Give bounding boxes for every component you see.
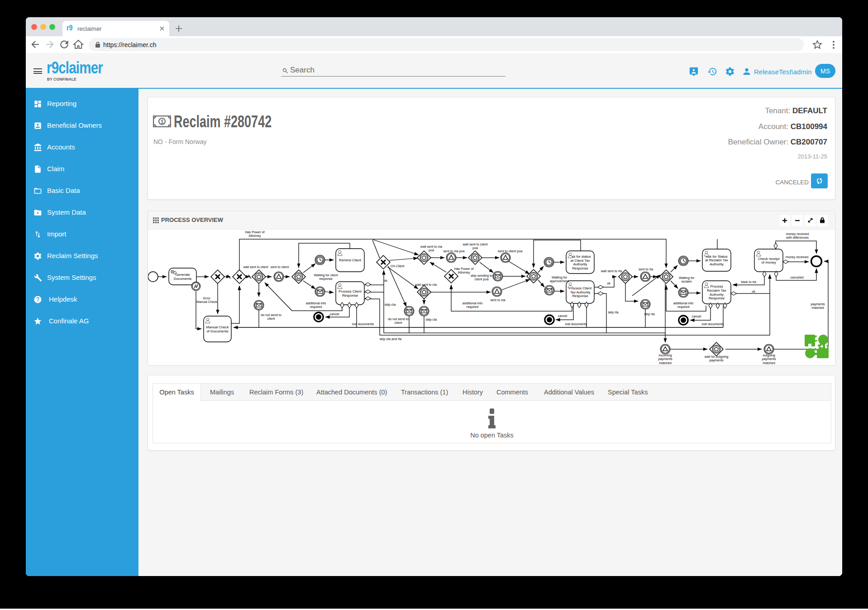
svg-text:Manual Check: Manual Check bbox=[196, 300, 217, 304]
svg-text:canceled: canceled bbox=[791, 275, 804, 279]
svg-text:wait sent to cta: wait sent to cta bbox=[415, 283, 437, 287]
svg-text:skip rta: skip rta bbox=[608, 310, 618, 314]
svg-text:response: response bbox=[319, 277, 333, 281]
svg-text:with differences: with differences bbox=[786, 235, 809, 240]
svg-text:skip cta: skip cta bbox=[385, 303, 396, 307]
svg-text:lost documents: lost documents bbox=[352, 322, 374, 326]
svg-text:money received: money received bbox=[786, 255, 809, 259]
svg-text:of Documents: of Documents bbox=[206, 329, 228, 333]
svg-text:Response: Response bbox=[709, 296, 725, 300]
svg-text:matched: matched bbox=[659, 361, 672, 365]
svg-text:cancel: cancel bbox=[558, 314, 568, 318]
svg-text:matched: matched bbox=[811, 306, 824, 310]
svg-text:Attorney: Attorney bbox=[458, 270, 470, 274]
svg-text:Response: Response bbox=[572, 266, 588, 270]
svg-text:Authority: Authority bbox=[710, 262, 724, 266]
svg-text:Response: Response bbox=[572, 294, 588, 298]
svg-text:lost documents: lost documents bbox=[565, 322, 587, 326]
svg-text:wait sent to client: wait sent to client bbox=[243, 265, 268, 269]
svg-text:skip cta and rta: skip cta and rta bbox=[380, 337, 402, 341]
svg-text:sent to cta: sent to cta bbox=[490, 298, 505, 302]
svg-text:required: required bbox=[677, 305, 689, 309]
svg-text:matched: matched bbox=[763, 361, 775, 365]
svg-text:client poa: client poa bbox=[475, 277, 489, 281]
svg-text:reclaim: reclaim bbox=[681, 279, 692, 283]
svg-text:Response: Response bbox=[342, 293, 358, 298]
svg-text:required: required bbox=[310, 305, 322, 309]
svg-text:back to rta: back to rta bbox=[741, 280, 756, 284]
svg-text:sent to rta: sent to rta bbox=[639, 267, 653, 271]
svg-text:wait sent to rta: wait sent to rta bbox=[601, 269, 622, 273]
svg-text:sent to client poa: sent to client poa bbox=[498, 249, 522, 253]
svg-text:ok: ok bbox=[384, 279, 387, 283]
svg-text:ok: ok bbox=[607, 281, 610, 285]
svg-text:skip cta: skip cta bbox=[426, 317, 437, 322]
svg-text:sent to cta poa: sent to cta poa bbox=[443, 249, 464, 253]
svg-text:client: client bbox=[395, 321, 402, 325]
svg-text:payments: payments bbox=[709, 358, 724, 362]
svg-text:Attorney: Attorney bbox=[249, 234, 261, 238]
svg-text:cancel: cancel bbox=[692, 314, 701, 318]
svg-text:poa: poa bbox=[429, 248, 434, 252]
svg-text:client: client bbox=[267, 317, 275, 321]
svg-text:cancel: cancel bbox=[330, 312, 339, 316]
svg-text:sent to client: sent to client bbox=[271, 265, 289, 269]
svg-text:ok: ok bbox=[752, 289, 755, 293]
svg-text:Documents: Documents bbox=[174, 277, 192, 281]
svg-text:of money: of money bbox=[761, 260, 776, 264]
svg-text:skip rta: skip rta bbox=[644, 312, 654, 316]
svg-text:CH-Client: CH-Client bbox=[390, 264, 404, 268]
svg-text:lost documents: lost documents bbox=[702, 322, 724, 326]
svg-text:poa: poa bbox=[472, 246, 478, 250]
svg-text:required: required bbox=[467, 305, 478, 309]
svg-text:1: 1 bbox=[160, 118, 163, 125]
svg-text:Remind Client: Remind Client bbox=[339, 258, 362, 262]
svg-text:approvement: approvement bbox=[550, 279, 569, 283]
